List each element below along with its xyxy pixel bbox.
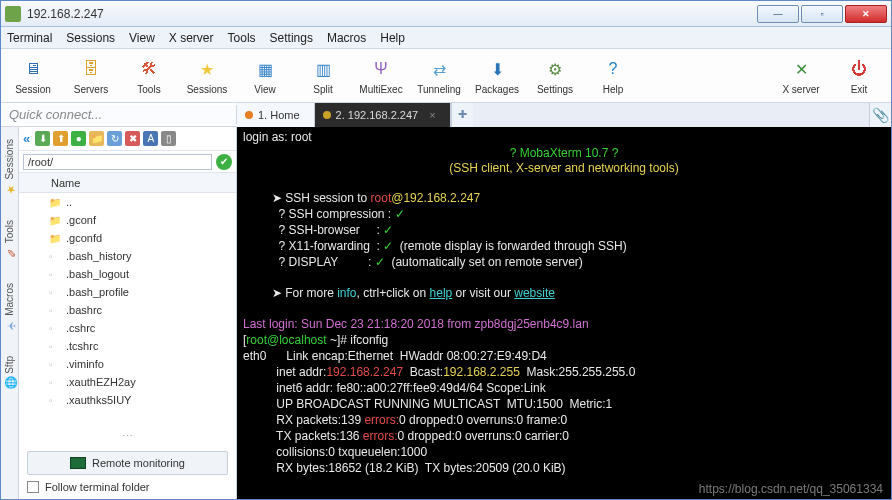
menu-settings[interactable]: Settings bbox=[270, 31, 313, 45]
sftp-sidebar: « ⬇⬆●📁↻✖A▯ ✔ Name 📁..📁.gconf📁.gconfd▫.ba… bbox=[19, 127, 237, 499]
file-row[interactable]: ▫.bash_history bbox=[19, 247, 236, 265]
remote-monitoring-button[interactable]: Remote monitoring bbox=[27, 451, 228, 475]
menu-view[interactable]: View bbox=[129, 31, 155, 45]
file-list[interactable]: 📁..📁.gconf📁.gconfd▫.bash_history▫.bash_l… bbox=[19, 193, 236, 428]
tool-session[interactable]: 🖥Session bbox=[9, 56, 57, 95]
file-name: .. bbox=[66, 196, 72, 208]
terminal-pane[interactable]: login as: root ? MobaXterm 10.7 ? (SSH c… bbox=[237, 127, 891, 499]
file-row[interactable]: ▫.bash_logout bbox=[19, 265, 236, 283]
sftp-tool-icon[interactable]: ⬇ bbox=[35, 131, 50, 146]
tab-home[interactable]: 1. Home bbox=[237, 103, 315, 127]
tool-split[interactable]: ▥Split bbox=[299, 56, 347, 95]
sftp-tool-icon[interactable]: ▯ bbox=[161, 131, 176, 146]
file-row[interactable]: 📁.. bbox=[19, 193, 236, 211]
toolbar: 🖥Session🗄Servers🛠Tools★Sessions▦View▥Spl… bbox=[1, 49, 891, 103]
minimize-button[interactable]: — bbox=[757, 5, 799, 23]
sftp-tool-icon[interactable]: 📁 bbox=[89, 131, 104, 146]
tool-multiexec[interactable]: ΨMultiExec bbox=[357, 56, 405, 95]
side-tab-macros[interactable]: ✈Macros bbox=[3, 283, 16, 332]
sftp-toolbar: « ⬇⬆●📁↻✖A▯ bbox=[19, 127, 236, 151]
menu-terminal[interactable]: Terminal bbox=[7, 31, 52, 45]
side-tab-tools[interactable]: ✎Tools bbox=[3, 220, 16, 259]
side-tab-sftp[interactable]: 🌐Sftp bbox=[3, 356, 16, 390]
file-icon: ▫ bbox=[49, 251, 61, 262]
file-row[interactable]: 📁.gconf bbox=[19, 211, 236, 229]
file-icon: ▫ bbox=[49, 341, 61, 352]
servers-icon: 🗄 bbox=[78, 56, 104, 82]
tool-tunneling[interactable]: ⇄Tunneling bbox=[415, 56, 463, 95]
attachment-icon[interactable]: 📎 bbox=[869, 103, 891, 127]
menubar: TerminalSessionsViewX serverToolsSetting… bbox=[1, 27, 891, 49]
home-icon bbox=[245, 111, 253, 119]
file-row[interactable]: ▫.bash_profile bbox=[19, 283, 236, 301]
sftp-tool-icon[interactable]: ✖ bbox=[125, 131, 140, 146]
file-row[interactable]: ▫.xauthks5IUY bbox=[19, 391, 236, 409]
file-row[interactable]: ▫.cshrc bbox=[19, 319, 236, 337]
close-button[interactable]: ✕ bbox=[845, 5, 887, 23]
sftp-tool-icon[interactable]: ● bbox=[71, 131, 86, 146]
file-icon: ▫ bbox=[49, 377, 61, 388]
sftp-path-input[interactable] bbox=[23, 154, 212, 170]
tab-session-active[interactable]: 2. 192.168.2.247 × bbox=[315, 103, 451, 127]
menu-tools[interactable]: Tools bbox=[228, 31, 256, 45]
tool-tools[interactable]: 🛠Tools bbox=[125, 56, 173, 95]
file-row[interactable]: ▫.tcshrc bbox=[19, 337, 236, 355]
file-list-header: Name bbox=[19, 173, 236, 193]
file-name: .gconf bbox=[66, 214, 96, 226]
tool-packages[interactable]: ⬇Packages bbox=[473, 56, 521, 95]
exit-icon: ⏻ bbox=[846, 56, 872, 82]
tool-exit[interactable]: ⏻Exit bbox=[835, 56, 883, 95]
app-icon bbox=[5, 6, 21, 22]
file-icon: ▫ bbox=[49, 287, 61, 298]
file-name: .xauthEZH2ay bbox=[66, 376, 136, 388]
file-icon: 📁 bbox=[49, 215, 61, 226]
help-icon: ? bbox=[600, 56, 626, 82]
file-row[interactable]: ▫.viminfo bbox=[19, 355, 236, 373]
sftp-tool-icon[interactable]: ↻ bbox=[107, 131, 122, 146]
file-icon: 📁 bbox=[49, 233, 61, 244]
file-icon: ▫ bbox=[49, 395, 61, 406]
file-icon: ▫ bbox=[49, 323, 61, 334]
file-icon: ▫ bbox=[49, 269, 61, 280]
tool-servers[interactable]: 🗄Servers bbox=[67, 56, 115, 95]
tool-sessions[interactable]: ★Sessions bbox=[183, 56, 231, 95]
file-icon: ▫ bbox=[49, 305, 61, 316]
add-tab-button[interactable]: ✚ bbox=[451, 103, 473, 127]
tool-help[interactable]: ?Help bbox=[589, 56, 637, 95]
follow-checkbox[interactable] bbox=[27, 481, 39, 493]
menu-help[interactable]: Help bbox=[380, 31, 405, 45]
packages-icon: ⬇ bbox=[484, 56, 510, 82]
file-name: .bash_logout bbox=[66, 268, 129, 280]
terminal-icon bbox=[323, 111, 331, 119]
file-icon: 📁 bbox=[49, 197, 61, 208]
follow-terminal-row[interactable]: Follow terminal folder bbox=[27, 481, 228, 493]
side-tab-sessions[interactable]: ★Sessions bbox=[3, 139, 16, 196]
titlebar: 192.168.2.247 — ▫ ✕ bbox=[1, 1, 891, 27]
watermark: https://blog.csdn.net/qq_35061334 bbox=[699, 482, 883, 497]
file-name: .bash_history bbox=[66, 250, 131, 262]
quick-connect-input[interactable]: Quick connect... bbox=[1, 105, 237, 124]
sftp-tool-icon[interactable]: A bbox=[143, 131, 158, 146]
close-tab-icon[interactable]: × bbox=[429, 109, 435, 121]
tab-label: 1. Home bbox=[258, 109, 300, 121]
tab-label: 2. 192.168.2.247 bbox=[336, 109, 419, 121]
side-tab-strip: ★Sessions✎Tools✈Macros🌐Sftp bbox=[1, 127, 19, 499]
collapse-sidebar-icon[interactable]: « bbox=[23, 131, 30, 146]
file-row[interactable]: ▫.xauthEZH2ay bbox=[19, 373, 236, 391]
maximize-button[interactable]: ▫ bbox=[801, 5, 843, 23]
tool-settings[interactable]: ⚙Settings bbox=[531, 56, 579, 95]
file-row[interactable]: ▫.bashrc bbox=[19, 301, 236, 319]
tool-view[interactable]: ▦View bbox=[241, 56, 289, 95]
menu-sessions[interactable]: Sessions bbox=[66, 31, 115, 45]
sftp-tool-icon[interactable]: ⬆ bbox=[53, 131, 68, 146]
window-title: 192.168.2.247 bbox=[27, 7, 757, 21]
tools-icon: 🛠 bbox=[136, 56, 162, 82]
file-name: .cshrc bbox=[66, 322, 95, 334]
file-name: .viminfo bbox=[66, 358, 104, 370]
file-row[interactable]: 📁.gconfd bbox=[19, 229, 236, 247]
col-name[interactable]: Name bbox=[45, 177, 86, 189]
path-ok-icon: ✔ bbox=[216, 154, 232, 170]
menu-macros[interactable]: Macros bbox=[327, 31, 366, 45]
menu-x-server[interactable]: X server bbox=[169, 31, 214, 45]
tool-x-server[interactable]: ✕X server bbox=[777, 56, 825, 95]
